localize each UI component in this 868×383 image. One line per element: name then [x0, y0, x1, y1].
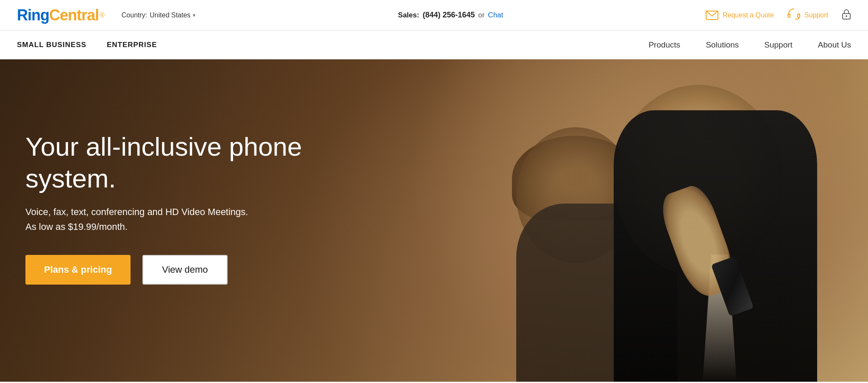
- sales-or: or: [478, 11, 484, 20]
- chat-link[interactable]: Chat: [488, 11, 503, 20]
- top-bar: RingCentral® Country: United States ▾ Sa…: [0, 0, 868, 31]
- country-value: United States: [150, 11, 190, 19]
- nav-products[interactable]: Products: [648, 40, 680, 50]
- svg-point-4: [846, 15, 847, 17]
- sales-label: Sales:: [398, 11, 419, 20]
- logo-ring: Ring: [17, 6, 49, 24]
- nav-support[interactable]: Support: [764, 40, 793, 50]
- sales-info: Sales: (844) 256-1645 or Chat: [398, 11, 503, 20]
- support-link[interactable]: Support: [787, 8, 828, 22]
- country-selector[interactable]: Country: United States ▾: [122, 11, 196, 19]
- request-quote-link[interactable]: Request a Quote: [706, 11, 774, 20]
- mail-icon: [706, 11, 718, 20]
- nav-bar: SMALL BUSINESS ENTERPRISE Products Solut…: [0, 31, 868, 59]
- top-bar-left: RingCentral® Country: United States ▾: [17, 6, 195, 24]
- support-label: Support: [804, 11, 828, 19]
- top-bar-right: Request a Quote Support: [706, 8, 851, 22]
- nav-small-business[interactable]: SMALL BUSINESS: [17, 41, 86, 49]
- nav-solutions[interactable]: Solutions: [706, 40, 739, 50]
- logo-central: Central: [49, 6, 99, 24]
- plans-pricing-button[interactable]: Plans & pricing: [25, 255, 131, 285]
- country-label: Country:: [122, 11, 147, 19]
- hero-subtext-line1: Voice, fax, text, conferencing and HD Vi…: [25, 204, 314, 219]
- hero-subtext-line2: As low as $19.99/month.: [25, 219, 314, 234]
- request-quote-label: Request a Quote: [723, 11, 774, 19]
- view-demo-button[interactable]: View demo: [142, 255, 227, 285]
- hero-buttons: Plans & pricing View demo: [25, 255, 868, 285]
- headset-icon: [787, 8, 800, 22]
- lock-icon: [842, 8, 851, 22]
- nav-right: Products Solutions Support About Us: [648, 40, 851, 50]
- nav-enterprise[interactable]: ENTERPRISE: [107, 41, 157, 49]
- logo[interactable]: RingCentral®: [17, 6, 105, 24]
- hero-headline: Your all-inclusive phone system.: [25, 131, 373, 194]
- sales-phone: (844) 256-1645: [423, 11, 475, 20]
- hero-section: Your all-inclusive phone system. Voice, …: [0, 59, 868, 382]
- nav-about-us[interactable]: About Us: [818, 40, 851, 50]
- hero-subtext: Voice, fax, text, conferencing and HD Vi…: [25, 204, 314, 234]
- logo-registered: ®: [100, 11, 105, 19]
- hero-content: Your all-inclusive phone system. Voice, …: [0, 59, 868, 382]
- chevron-down-icon: ▾: [193, 12, 195, 18]
- nav-left: SMALL BUSINESS ENTERPRISE: [17, 41, 157, 49]
